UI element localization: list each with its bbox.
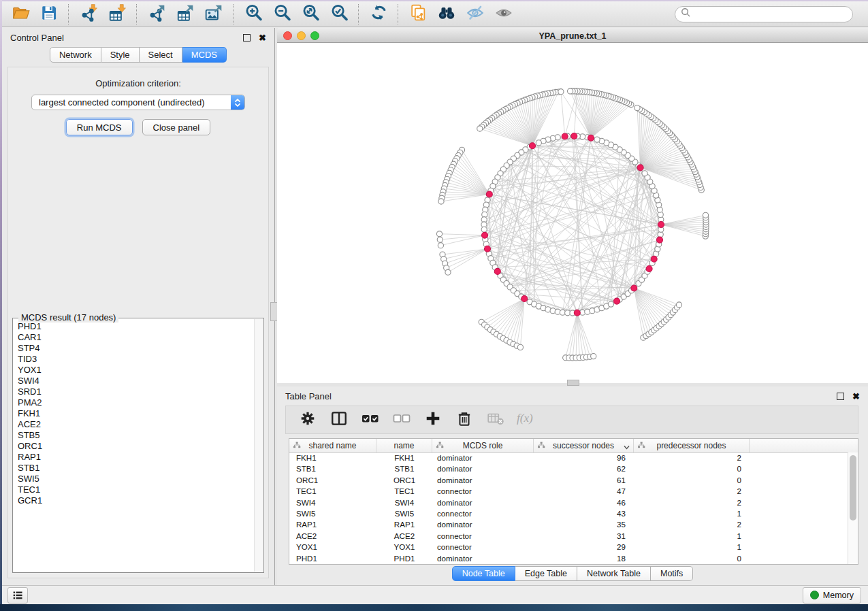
table-row[interactable]: YOX1YOX1connector291 [289, 542, 848, 552]
mcds-result-item[interactable]: PMA2 [18, 397, 253, 408]
deselect-all-rows-button[interactable] [389, 408, 414, 431]
mcds-result-item[interactable]: STB5 [18, 430, 253, 441]
horizontal-splitter-handle[interactable] [567, 380, 579, 386]
tab-network-table[interactable]: Network Table [577, 566, 651, 581]
show-all-button[interactable] [489, 3, 518, 26]
result-list-scrollbar[interactable] [254, 319, 263, 572]
open-session-button[interactable] [6, 3, 35, 26]
zoom-in-button[interactable] [239, 3, 268, 26]
export-network-button[interactable] [142, 3, 171, 26]
show-column-panel-button[interactable] [327, 408, 351, 431]
mcds-result-item[interactable]: STB1 [18, 463, 253, 474]
mcds-result-item[interactable]: ORC1 [18, 441, 253, 452]
refresh-view-button[interactable] [364, 3, 393, 26]
minimize-window-icon[interactable] [297, 31, 306, 40]
tab-style[interactable]: Style [101, 47, 140, 63]
cell-name: RAP1 [376, 519, 432, 530]
tab-edge-table[interactable]: Edge Table [515, 566, 577, 581]
import-table-from-file-button[interactable] [103, 3, 131, 26]
column-header-MCDS-role[interactable]: MCDS role [432, 439, 534, 452]
mcds-result-item[interactable]: TEC1 [18, 484, 253, 495]
table-row[interactable]: PHD1PHD1dominator180 [289, 553, 848, 564]
mcds-result-item[interactable]: RAP1 [18, 452, 253, 463]
tab-select[interactable]: Select [140, 47, 182, 63]
toolbar-separator [358, 4, 359, 24]
add-column-button[interactable] [421, 408, 445, 431]
mcds-result-item[interactable]: TID3 [18, 354, 253, 365]
cell-shared_name: ACE2 [289, 531, 376, 542]
mcds-result-item[interactable]: SRD1 [18, 386, 253, 397]
table-row[interactable]: SWI5SWI5connector431 [289, 508, 848, 519]
export-image-button[interactable] [199, 3, 228, 26]
table-row[interactable]: ACE2ACE2connector311 [289, 531, 848, 542]
float-table-panel-icon[interactable] [837, 393, 844, 400]
export-table-button[interactable] [171, 3, 199, 26]
export-table-icon [176, 3, 195, 25]
run-mcds-button[interactable]: Run MCDS [66, 119, 133, 135]
search-input[interactable] [694, 8, 852, 20]
network-view-canvas[interactable] [277, 43, 868, 384]
cell-name: SWI4 [376, 497, 432, 508]
mcds-result-item[interactable]: FKH1 [18, 408, 253, 419]
memory-button[interactable]: Memory [803, 587, 861, 604]
maximize-window-icon[interactable] [310, 31, 319, 40]
tab-mcds[interactable]: MCDS [182, 47, 227, 63]
mcds-result-item[interactable]: GCR1 [18, 495, 253, 506]
save-session-button[interactable] [35, 3, 63, 26]
control-panel-title: Control Panel [10, 33, 64, 43]
table-scrollbar-thumb[interactable] [850, 455, 856, 521]
mcds-result-item[interactable]: CAR1 [18, 332, 253, 343]
toolbar-icon-groups [6, 1, 518, 27]
table-row[interactable]: STB1STB1dominator620 [289, 463, 848, 474]
memory-label: Memory [823, 591, 854, 600]
hide-selected-button[interactable] [461, 3, 489, 26]
column-type-icon [637, 441, 645, 450]
select-all-rows-button[interactable] [358, 408, 383, 431]
table-row[interactable]: TEC1TEC1connector472 [289, 486, 848, 497]
tab-node-table[interactable]: Node Table [452, 566, 515, 581]
tab-network[interactable]: Network [50, 47, 101, 63]
mcds-result-item[interactable]: ACE2 [18, 419, 253, 430]
table-scrollbar[interactable] [848, 452, 858, 564]
column-header-label: MCDS role [463, 441, 503, 450]
criterion-select[interactable]: largest connected component (undirected) [31, 95, 245, 110]
task-history-button[interactable] [7, 587, 28, 604]
zoom-selected-button[interactable] [325, 3, 353, 26]
column-header-successor-nodes[interactable]: successor nodes [534, 439, 634, 452]
toolbar-separator [398, 4, 399, 24]
table-row[interactable]: FKH1FKH1dominator962 [289, 452, 848, 463]
zoom-fit-button[interactable] [296, 3, 325, 26]
delete-column-icon [487, 411, 504, 429]
column-header-predecessor-nodes[interactable]: predecessor nodes [634, 439, 750, 452]
cell-shared_name: STB1 [289, 463, 376, 474]
mcds-result-item[interactable]: SWI5 [18, 474, 253, 484]
network-graph[interactable] [277, 43, 868, 384]
tab-motifs[interactable]: Motifs [651, 566, 693, 581]
column-header-shared-name[interactable]: shared name [289, 439, 376, 452]
clone-network-button[interactable] [404, 3, 432, 26]
cell-shared_name: ORC1 [289, 475, 376, 486]
zoom-selected-icon [330, 3, 349, 24]
mcds-result-item[interactable]: SWI4 [18, 376, 253, 386]
close-panel-button[interactable]: Close panel [142, 119, 211, 135]
close-table-panel-icon[interactable]: ✖ [852, 393, 860, 399]
delete-row-button[interactable] [452, 408, 477, 431]
mcds-result-item[interactable]: YOX1 [18, 365, 253, 376]
table-row[interactable]: ORC1ORC1dominator610 [289, 475, 848, 486]
first-neighbors-button[interactable] [432, 3, 461, 26]
toolbar-group [74, 1, 131, 27]
mcds-result-item[interactable]: STP4 [18, 343, 253, 354]
mcds-result-item[interactable]: PHD1 [18, 321, 253, 332]
search-field[interactable] [675, 6, 853, 22]
table-options-button[interactable] [295, 408, 320, 431]
close-window-icon[interactable] [283, 31, 292, 40]
float-panel-icon[interactable] [243, 34, 251, 42]
cell-shared_name: FKH1 [289, 452, 376, 463]
node-table: shared namenameMCDS rolesuccessor nodesp… [289, 438, 858, 565]
table-row[interactable]: RAP1RAP1dominator352 [289, 519, 848, 530]
import-network-from-file-button[interactable] [74, 3, 103, 26]
table-row[interactable]: SWI4SWI4dominator462 [289, 497, 848, 508]
zoom-out-button[interactable] [268, 3, 296, 26]
close-panel-icon[interactable]: ✖ [259, 35, 266, 41]
column-header-name[interactable]: name [376, 439, 432, 452]
